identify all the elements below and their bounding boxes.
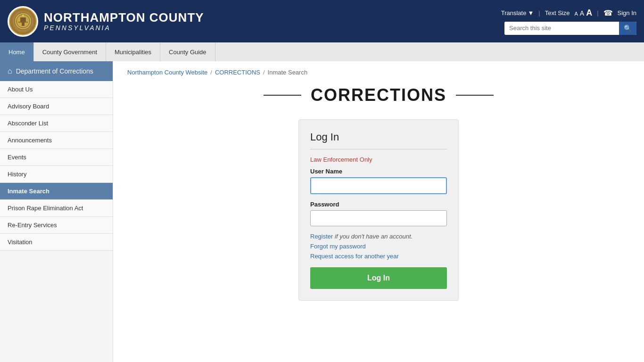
login-divider bbox=[310, 149, 447, 149]
text-size-controls: A A A bbox=[574, 8, 592, 18]
law-enforcement-label: Law Enforcement Only bbox=[310, 156, 447, 163]
home-icon: ⌂ bbox=[8, 67, 12, 75]
password-input[interactable] bbox=[310, 210, 447, 226]
text-size-label: Text Size bbox=[545, 9, 570, 16]
breadcrumb-sep1: / bbox=[210, 69, 212, 76]
login-container: Log In Law Enforcement Only User Name Pa… bbox=[298, 119, 459, 301]
svg-point-5 bbox=[22, 15, 24, 16]
sidebar-dept-header[interactable]: ⌂ Department of Corrections bbox=[0, 61, 113, 81]
request-access-link[interactable]: Request access for another year bbox=[310, 253, 447, 260]
sidebar-item-events[interactable]: Events bbox=[0, 149, 113, 166]
sign-in-link[interactable]: Sign In bbox=[618, 9, 636, 16]
sidebar-item-prison-rape[interactable]: Prison Rape Elimination Act bbox=[0, 200, 113, 217]
svg-rect-2 bbox=[20, 17, 26, 22]
separator: | bbox=[538, 9, 540, 16]
breadcrumb-nc-website[interactable]: Northampton County Website bbox=[127, 69, 207, 76]
accessibility-icon[interactable]: ☎ bbox=[603, 8, 613, 17]
sidebar-item-announcements[interactable]: Announcements bbox=[0, 132, 113, 149]
translate-button[interactable]: Translate ▼ bbox=[501, 9, 534, 16]
breadcrumb-sep2: / bbox=[263, 69, 265, 76]
header-logo: Northampton County Pennsylvania bbox=[8, 6, 501, 37]
login-button[interactable]: Log In bbox=[310, 267, 447, 289]
main-layout: ⌂ Department of Corrections About Us Adv… bbox=[0, 61, 644, 362]
dropdown-icon: ▼ bbox=[528, 9, 534, 16]
nav-county-guide[interactable]: County Guide bbox=[160, 42, 215, 61]
breadcrumb: Northampton County Website / CORRECTIONS… bbox=[127, 69, 630, 76]
sidebar-item-advisory-board[interactable]: Advisory Board bbox=[0, 98, 113, 115]
heading-line-left bbox=[264, 95, 301, 96]
svg-rect-3 bbox=[22, 22, 25, 26]
site-header: Northampton County Pennsylvania Translat… bbox=[0, 0, 644, 42]
dept-header-label: Department of Corrections bbox=[16, 67, 93, 75]
heading-line-right bbox=[456, 95, 494, 96]
forgot-password-link[interactable]: Forgot my password bbox=[310, 243, 447, 250]
text-size-medium[interactable]: A bbox=[580, 9, 584, 17]
page-title: CORRECTIONS bbox=[311, 85, 446, 105]
search-input[interactable] bbox=[504, 22, 619, 34]
county-name: Northampton County bbox=[44, 11, 204, 25]
username-label: User Name bbox=[310, 168, 447, 175]
county-seal bbox=[8, 6, 38, 37]
nav-county-government[interactable]: County Government bbox=[34, 42, 106, 61]
breadcrumb-current: Inmate Search bbox=[268, 69, 308, 76]
main-nav: Home County Government Municipalities Co… bbox=[0, 42, 644, 61]
nav-home[interactable]: Home bbox=[0, 42, 34, 61]
sidebar-item-about-us[interactable]: About Us bbox=[0, 81, 113, 98]
header-title: Northampton County Pennsylvania bbox=[44, 11, 204, 32]
breadcrumb-corrections[interactable]: CORRECTIONS bbox=[215, 69, 260, 76]
separator2: | bbox=[597, 9, 598, 16]
state-name: Pennsylvania bbox=[44, 24, 204, 32]
sidebar-item-absconder-list[interactable]: Absconder List bbox=[0, 115, 113, 132]
login-heading: Log In bbox=[310, 131, 447, 143]
register-link[interactable]: Register if you don't have an account. bbox=[310, 233, 447, 240]
username-input[interactable] bbox=[310, 177, 447, 194]
header-right: Translate ▼ | Text Size A A A | ☎ Sign I… bbox=[501, 8, 636, 35]
search-bar: 🔍 bbox=[504, 22, 636, 35]
text-size-large[interactable]: A bbox=[586, 8, 592, 18]
sidebar-item-visitation[interactable]: Visitation bbox=[0, 234, 113, 251]
password-label: Password bbox=[310, 201, 447, 208]
sidebar-item-inmate-search[interactable]: Inmate Search bbox=[0, 183, 113, 200]
sidebar-item-re-entry[interactable]: Re-Entry Services bbox=[0, 217, 113, 234]
text-size-small[interactable]: A bbox=[574, 11, 578, 16]
content-area: Northampton County Website / CORRECTIONS… bbox=[113, 61, 644, 362]
header-tools: Translate ▼ | Text Size A A A | ☎ Sign I… bbox=[501, 8, 636, 18]
sidebar: ⌂ Department of Corrections About Us Adv… bbox=[0, 61, 113, 362]
page-heading: CORRECTIONS bbox=[127, 85, 630, 105]
sidebar-item-history[interactable]: History bbox=[0, 166, 113, 183]
search-button[interactable]: 🔍 bbox=[619, 22, 636, 35]
nav-municipalities[interactable]: Municipalities bbox=[106, 42, 160, 61]
